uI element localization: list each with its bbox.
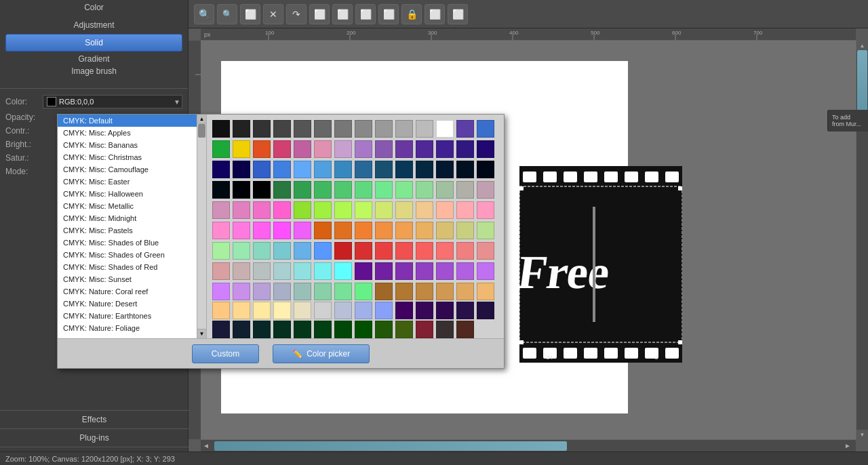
color-swatch-59[interactable] [273, 201, 291, 219]
palette-item-6[interactable]: CMYK: Misc: Halloween [58, 188, 206, 200]
color-swatch-61[interactable] [314, 201, 332, 219]
color-swatch-45[interactable] [273, 181, 291, 199]
color-swatch-98[interactable] [212, 262, 230, 280]
palette-item-7[interactable]: CMYK: Misc: Metallic [58, 200, 206, 212]
palette-item-0[interactable]: CMYK: Default [58, 115, 206, 127]
color-swatch-14[interactable] [212, 140, 230, 158]
color-swatch-43[interactable] [233, 181, 250, 199]
color-swatch-140[interactable] [212, 321, 230, 338]
color-swatch-152[interactable] [456, 321, 474, 338]
palette-item-4[interactable]: CMYK: Misc: Camouflage [58, 163, 206, 176]
color-swatch-53[interactable] [436, 181, 454, 199]
palette-item-15[interactable]: CMYK: Nature: Desert [58, 298, 206, 310]
color-swatch-67[interactable] [436, 201, 454, 219]
color-swatch-148[interactable] [375, 321, 393, 338]
color-swatch-147[interactable] [355, 321, 372, 338]
color-swatch-128[interactable] [253, 302, 271, 319]
color-swatch-55[interactable] [477, 181, 494, 199]
color-swatch-116[interactable] [294, 283, 311, 300]
color-swatch-35[interactable] [355, 161, 372, 178]
palette-item-9[interactable]: CMYK: Misc: Pastels [58, 224, 206, 237]
color-swatch-27[interactable] [477, 140, 494, 158]
color-swatch-48[interactable] [334, 181, 352, 199]
color-swatch-86[interactable] [253, 242, 271, 260]
color-swatch-123[interactable] [436, 283, 454, 300]
color-swatch-82[interactable] [456, 222, 474, 239]
color-swatch-10[interactable] [416, 120, 433, 138]
color-swatch-109[interactable] [436, 262, 454, 280]
palette-item-3[interactable]: CMYK: Misc: Christmas [58, 151, 206, 163]
color-value-field[interactable]: RGB:0,0,0 ▼ [43, 95, 182, 108]
color-swatch-83[interactable] [477, 222, 494, 239]
color-swatch-146[interactable] [334, 321, 352, 338]
palette-item-14[interactable]: CMYK: Nature: Coral reef [58, 285, 206, 298]
scroll-thumb-horizontal[interactable] [214, 441, 567, 451]
color-swatch-8[interactable] [375, 120, 393, 138]
color-swatch-129[interactable] [273, 302, 291, 319]
color-swatch-65[interactable] [395, 201, 413, 219]
color-swatch-49[interactable] [355, 181, 372, 199]
color-swatch-107[interactable] [395, 262, 413, 280]
color-swatch-95[interactable] [436, 242, 454, 260]
color-swatch-84[interactable] [212, 242, 230, 260]
color-swatch-106[interactable] [375, 262, 393, 280]
color-swatch-66[interactable] [416, 201, 433, 219]
frame-button[interactable]: ⬜ [425, 4, 445, 24]
color-swatch-56[interactable] [212, 201, 230, 219]
color-swatch-96[interactable] [456, 242, 474, 260]
color-swatch-119[interactable] [355, 283, 372, 300]
color-swatch-71[interactable] [233, 222, 250, 239]
color-swatch-57[interactable] [233, 201, 250, 219]
color-swatch-28[interactable] [212, 161, 230, 178]
crop-button[interactable]: ⬜ [240, 4, 260, 24]
color-swatch-135[interactable] [395, 302, 413, 319]
solid-button[interactable]: Solid [5, 34, 182, 52]
color-swatch-41[interactable] [477, 161, 494, 178]
color-swatch-111[interactable] [477, 262, 494, 280]
color-swatch-105[interactable] [355, 262, 372, 280]
color-swatch-145[interactable] [314, 321, 332, 338]
color-swatch-100[interactable] [253, 262, 271, 280]
color-swatch-78[interactable] [375, 222, 393, 239]
color-swatch-52[interactable] [416, 181, 433, 199]
color-swatch-132[interactable] [334, 302, 352, 319]
color-swatch-134[interactable] [375, 302, 393, 319]
color-swatch-115[interactable] [273, 283, 291, 300]
color-swatch-73[interactable] [273, 222, 291, 239]
color-swatch-151[interactable] [436, 321, 454, 338]
color-swatch-29[interactable] [233, 161, 250, 178]
color-swatch-68[interactable] [456, 201, 474, 219]
color-swatch-141[interactable] [233, 321, 250, 338]
color-swatch-17[interactable] [273, 140, 291, 158]
color-swatch-101[interactable] [273, 262, 291, 280]
palette-item-12[interactable]: CMYK: Misc: Shades of Red [58, 261, 206, 273]
color-swatch-5[interactable] [314, 120, 332, 138]
color-swatch-4[interactable] [294, 120, 311, 138]
color-swatch-81[interactable] [436, 222, 454, 239]
color-swatch-58[interactable] [253, 201, 271, 219]
handles-button[interactable]: ⬜ [448, 4, 468, 24]
color-swatch-124[interactable] [456, 283, 474, 300]
color-swatch-110[interactable] [456, 262, 474, 280]
color-swatch-143[interactable] [273, 321, 291, 338]
color-swatch-60[interactable] [294, 201, 311, 219]
color-swatch-51[interactable] [395, 181, 413, 199]
color-swatch-75[interactable] [314, 222, 332, 239]
scroll-down-button[interactable]: ▼ [856, 430, 868, 439]
gradient-button[interactable]: Gradient [5, 54, 182, 64]
color-swatch-77[interactable] [355, 222, 372, 239]
color-swatch-39[interactable] [436, 161, 454, 178]
color-swatch-76[interactable] [334, 222, 352, 239]
color-swatch-12[interactable] [456, 120, 474, 138]
color-swatch-150[interactable] [416, 321, 433, 338]
color-swatch-149[interactable] [395, 321, 413, 338]
color-swatch-99[interactable] [233, 262, 250, 280]
color-swatch-42[interactable] [212, 181, 230, 199]
color-swatch-47[interactable] [314, 181, 332, 199]
color-swatch-133[interactable] [355, 302, 372, 319]
zoom-in-button[interactable]: 🔍 [194, 4, 214, 24]
color-swatch-94[interactable] [416, 242, 433, 260]
color-swatch-7[interactable] [355, 120, 372, 138]
color-swatch-69[interactable] [477, 201, 494, 219]
color-swatch-87[interactable] [273, 242, 291, 260]
